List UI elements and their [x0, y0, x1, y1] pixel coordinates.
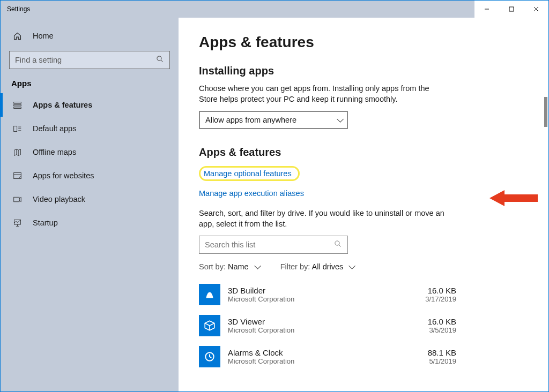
sort-value: Name	[228, 262, 249, 271]
window-body: Home Find a setting Apps Apps & features	[1, 18, 548, 391]
startup-icon	[12, 218, 22, 228]
window-title: Settings	[7, 5, 30, 13]
vertical-scrollbar[interactable]	[540, 18, 548, 391]
app-size: 16.0 KB	[425, 286, 456, 295]
filter-by-dropdown[interactable]: Filter by: All drives	[280, 262, 354, 271]
chevron-down-icon	[333, 116, 342, 124]
app-meta: 88.1 KB5/1/2019	[428, 348, 456, 365]
sidebar-item-apps-features[interactable]: Apps & features	[1, 93, 179, 117]
sidebar-item-apps-for-websites[interactable]: Apps for websites	[1, 164, 179, 187]
app-date: 3/5/2019	[428, 326, 456, 334]
sort-by-dropdown[interactable]: Sort by: Name	[199, 262, 259, 271]
manage-optional-features-link[interactable]: Manage optional features	[199, 166, 300, 181]
app-publisher: Microsoft Corporation	[228, 295, 418, 303]
sidebar-item-startup[interactable]: Startup	[1, 211, 179, 235]
apps-list: 3D BuilderMicrosoft Corporation16.0 KB3/…	[199, 281, 528, 374]
app-list-item[interactable]: 3D BuilderMicrosoft Corporation16.0 KB3/…	[199, 281, 456, 312]
app-date: 5/1/2019	[428, 357, 456, 365]
apps-websites-icon	[12, 171, 22, 180]
app-meta: 16.0 KB3/17/2019	[425, 286, 456, 303]
dropdown-value: Allow apps from anywhere	[205, 116, 296, 124]
app-list-item[interactable]: 3D ViewerMicrosoft Corporation16.0 KB3/5…	[199, 312, 456, 343]
apps-features-icon	[12, 101, 22, 110]
svg-point-22	[335, 241, 339, 245]
home-icon	[12, 32, 22, 41]
app-meta: 16.0 KB3/5/2019	[428, 317, 456, 334]
svg-rect-17	[13, 197, 19, 202]
app-name: 3D Viewer	[228, 317, 420, 326]
app-name: 3D Builder	[228, 286, 418, 295]
sidebar-item-label: Apps & features	[33, 101, 92, 109]
app-icon	[199, 284, 220, 305]
titlebar: Settings	[1, 1, 548, 18]
svg-rect-1	[509, 7, 514, 11]
sidebar-item-label: Video playback	[33, 195, 85, 203]
offline-maps-icon	[12, 148, 22, 157]
search-input[interactable]: Find a setting	[9, 51, 170, 69]
close-button[interactable]	[524, 1, 548, 18]
app-text: 3D ViewerMicrosoft Corporation	[228, 317, 420, 334]
main-panel: Apps & features Installing apps Choose w…	[179, 18, 548, 391]
app-text: Alarms & ClockMicrosoft Corporation	[228, 348, 420, 365]
search-list-placeholder: Search this list	[205, 240, 255, 249]
manage-app-aliases-link[interactable]: Manage app execution aliases	[199, 189, 304, 198]
app-text: 3D BuilderMicrosoft Corporation	[228, 286, 418, 303]
app-name: Alarms & Clock	[228, 348, 420, 357]
sort-label: Sort by:	[199, 262, 226, 271]
sidebar-item-offline-maps[interactable]: Offline maps	[1, 140, 179, 164]
app-icon	[199, 315, 220, 336]
svg-rect-6	[13, 102, 21, 103]
apps-features-heading: Apps & features	[199, 146, 528, 159]
search-list-input[interactable]: Search this list	[199, 236, 348, 254]
app-date: 3/17/2019	[425, 295, 456, 303]
search-placeholder: Find a setting	[15, 56, 62, 64]
svg-line-5	[161, 60, 162, 62]
sidebar-item-label: Default apps	[33, 124, 76, 133]
app-size: 88.1 KB	[428, 348, 456, 357]
page-title: Apps & features	[199, 34, 528, 51]
filter-value: All drives	[312, 262, 344, 271]
search-icon	[334, 240, 342, 250]
app-list-item[interactable]: Alarms & ClockMicrosoft Corporation88.1 …	[199, 343, 456, 374]
annotation-arrow	[489, 189, 538, 207]
sidebar-item-video-playback[interactable]: Video playback	[1, 187, 179, 211]
settings-window: Settings Home Find a setting	[0, 0, 549, 392]
svg-rect-8	[13, 107, 21, 108]
app-publisher: Microsoft Corporation	[228, 326, 420, 334]
category-header: Apps	[1, 77, 179, 93]
chevron-down-icon	[251, 262, 259, 271]
install-source-dropdown[interactable]: Allow apps from anywhere	[199, 111, 348, 129]
home-button[interactable]: Home	[1, 24, 179, 48]
maximize-button[interactable]	[499, 1, 524, 18]
apps-features-desc: Search, sort, and filter by drive. If yo…	[199, 208, 446, 229]
sidebar-item-label: Offline maps	[33, 148, 76, 156]
home-label: Home	[33, 32, 54, 40]
installing-apps-desc: Choose where you can get apps from. Inst…	[199, 84, 446, 104]
app-icon	[199, 346, 220, 367]
app-publisher: Microsoft Corporation	[228, 357, 420, 365]
svg-marker-27	[489, 190, 538, 206]
sidebar: Home Find a setting Apps Apps & features	[1, 18, 179, 391]
sidebar-item-label: Startup	[33, 218, 58, 227]
svg-rect-9	[13, 126, 17, 131]
svg-marker-18	[19, 197, 20, 202]
window-controls	[474, 1, 548, 18]
video-playback-icon	[12, 195, 22, 204]
minimize-button[interactable]	[474, 1, 499, 18]
scrollbar-thumb[interactable]	[544, 97, 547, 127]
svg-rect-7	[13, 104, 21, 106]
search-icon	[156, 55, 164, 65]
svg-point-4	[157, 56, 161, 61]
sidebar-item-label: Apps for websites	[33, 171, 94, 180]
installing-apps-heading: Installing apps	[199, 65, 528, 77]
chevron-down-icon	[345, 262, 353, 271]
svg-rect-15	[13, 172, 21, 178]
svg-line-23	[339, 245, 340, 247]
filter-label: Filter by:	[280, 262, 310, 271]
default-apps-icon	[12, 124, 22, 133]
app-size: 16.0 KB	[428, 317, 456, 326]
sidebar-item-default-apps[interactable]: Default apps	[1, 117, 179, 140]
